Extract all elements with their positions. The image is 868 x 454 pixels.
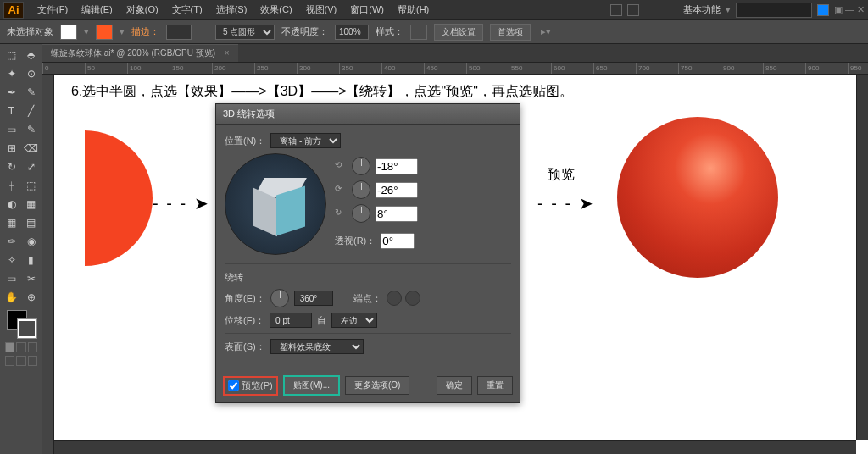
lasso-tool[interactable]: ⊙ bbox=[21, 64, 41, 83]
tab-label: 螺旋条纹球体.ai* @ 200% (RGB/GPU 预览) bbox=[51, 48, 215, 58]
magic-wand-tool[interactable]: ✦ bbox=[2, 64, 21, 83]
rotation-preview[interactable] bbox=[225, 153, 326, 255]
menu-effect[interactable]: 效果(C) bbox=[253, 3, 298, 16]
options-bar: 未选择对象 ▾ ▾ 描边： 5 点圆形 不透明度： 样式： 文档设置 首选项 ▸… bbox=[0, 20, 868, 44]
toolbox: ⬚⬘ ✦⊙ ✒✎ T╱ ▭✎ ⊞⌫ ↻⤢ ⟊⬚ ◐▦ ▦▤ ✑◉ ✧▮ ▭✂ ✋… bbox=[0, 44, 42, 454]
angle-input[interactable] bbox=[294, 291, 333, 306]
stroke-weight-input[interactable] bbox=[166, 25, 192, 40]
brush-select[interactable]: 5 点圆形 bbox=[215, 25, 275, 40]
y-dial[interactable] bbox=[352, 180, 370, 199]
shaper-tool[interactable]: ⊞ bbox=[2, 139, 21, 158]
revolve-dialog: 3D 绕转选项 位置(N)： 离轴 - 前方 ⟲ ⟳ ↻ 透视(R)： 绕转 bbox=[215, 103, 520, 403]
perspective-tool[interactable]: ▦ bbox=[21, 195, 41, 213]
canvas[interactable]: 6.选中半圆，点选【效果】——>【3D】——>【绕转】，点选"预览"，再点选贴图… bbox=[54, 75, 868, 454]
menu-select[interactable]: 选择(S) bbox=[209, 3, 254, 16]
horizontal-scrollbar[interactable] bbox=[54, 440, 856, 454]
gradient-tool[interactable]: ▤ bbox=[21, 213, 41, 232]
selection-tool[interactable]: ⬚ bbox=[2, 46, 21, 64]
eyedropper-tool[interactable]: ✑ bbox=[2, 232, 21, 251]
screen-mode-normal[interactable] bbox=[5, 356, 14, 366]
surface-select[interactable]: 塑料效果底纹 bbox=[270, 339, 364, 354]
menu-view[interactable]: 视图(V) bbox=[299, 3, 344, 16]
color-mode-btn[interactable] bbox=[5, 342, 14, 352]
blend-tool[interactable]: ◉ bbox=[21, 232, 41, 251]
preview-checkbox[interactable]: 预览(P) bbox=[223, 376, 278, 396]
cap-on-icon[interactable] bbox=[387, 291, 402, 306]
x-dial[interactable] bbox=[352, 157, 370, 175]
pen-tool[interactable]: ✒ bbox=[2, 83, 21, 102]
doc-setup-button[interactable]: 文档设置 bbox=[434, 24, 483, 41]
width-tool[interactable]: ⟊ bbox=[2, 176, 21, 195]
rotate-tool[interactable]: ↻ bbox=[2, 158, 21, 176]
menu-window[interactable]: 窗口(W) bbox=[343, 3, 391, 16]
vertical-scrollbar[interactable] bbox=[856, 75, 868, 440]
color-well[interactable] bbox=[5, 310, 37, 337]
menu-help[interactable]: 帮助(H) bbox=[391, 3, 436, 16]
menu-type[interactable]: 文字(T) bbox=[165, 3, 209, 16]
horizontal-ruler: 0501001502002503003504004505005506006507… bbox=[42, 63, 868, 75]
y-angle-input[interactable] bbox=[376, 182, 418, 198]
cancel-button[interactable]: 重置 bbox=[477, 376, 513, 395]
zoom-tool[interactable]: ⊕ bbox=[21, 288, 41, 307]
offset-label: 位移(F)： bbox=[225, 314, 264, 327]
screen-mode-full[interactable] bbox=[16, 356, 25, 366]
document-tab[interactable]: 螺旋条纹球体.ai* @ 200% (RGB/GPU 预览) × bbox=[42, 44, 238, 62]
free-transform-tool[interactable]: ⬚ bbox=[21, 176, 41, 195]
column-graph-tool[interactable]: ▮ bbox=[21, 251, 41, 269]
position-label: 位置(N)： bbox=[225, 135, 265, 147]
from-label: 自 bbox=[317, 314, 326, 327]
search-input[interactable] bbox=[736, 3, 812, 18]
cap-off-icon[interactable] bbox=[405, 291, 420, 306]
style-swatch[interactable] bbox=[410, 25, 427, 40]
curvature-tool[interactable]: ✎ bbox=[21, 83, 41, 102]
artboard-tool[interactable]: ▭ bbox=[2, 269, 21, 288]
menu-edit[interactable]: 编辑(E) bbox=[75, 3, 120, 16]
fill-swatch[interactable] bbox=[60, 25, 77, 40]
layout-icon[interactable] bbox=[610, 4, 622, 16]
workspace-switcher[interactable]: 基本功能 bbox=[683, 3, 721, 16]
menu-object[interactable]: 对象(O) bbox=[120, 3, 165, 16]
mesh-tool[interactable]: ▦ bbox=[2, 213, 21, 232]
revolve-section-label: 绕转 bbox=[225, 271, 511, 284]
line-tool[interactable]: ╱ bbox=[21, 102, 41, 120]
z-angle-input[interactable] bbox=[376, 206, 418, 222]
none-mode-btn[interactable] bbox=[28, 342, 37, 352]
gradient-mode-btn[interactable] bbox=[16, 342, 25, 352]
opacity-input[interactable] bbox=[335, 25, 369, 40]
y-axis-icon: ⟳ bbox=[335, 184, 347, 196]
direct-select-tool[interactable]: ⬘ bbox=[21, 46, 41, 64]
prefs-button[interactable]: 首选项 bbox=[490, 24, 531, 41]
sync-icon[interactable] bbox=[817, 4, 829, 16]
paintbrush-tool[interactable]: ✎ bbox=[21, 120, 41, 139]
hand-tool[interactable]: ✋ bbox=[2, 288, 21, 307]
stroke-swatch[interactable] bbox=[96, 25, 113, 40]
position-select[interactable]: 离轴 - 前方 bbox=[270, 133, 341, 148]
dialog-title: 3D 绕转选项 bbox=[216, 104, 520, 125]
screen-mode-present[interactable] bbox=[28, 356, 37, 366]
eraser-tool[interactable]: ⌫ bbox=[21, 139, 41, 158]
x-angle-input[interactable] bbox=[376, 158, 418, 174]
menu-file[interactable]: 文件(F) bbox=[31, 3, 75, 16]
arrow-icon: - - - ➤ bbox=[153, 193, 210, 213]
type-tool[interactable]: T bbox=[2, 102, 21, 120]
rectangle-tool[interactable]: ▭ bbox=[2, 120, 21, 139]
preview-annotation: 预览 bbox=[548, 166, 575, 184]
perspective-input[interactable] bbox=[381, 233, 415, 249]
shape-builder-tool[interactable]: ◐ bbox=[2, 195, 21, 213]
offset-input[interactable] bbox=[270, 313, 312, 328]
stroke-color[interactable] bbox=[17, 318, 37, 339]
app-logo: Ai bbox=[3, 2, 24, 19]
symbol-sprayer-tool[interactable]: ✧ bbox=[2, 251, 21, 269]
close-tab-icon[interactable]: × bbox=[225, 48, 230, 58]
from-select[interactable]: 左边 bbox=[331, 313, 377, 328]
z-dial[interactable] bbox=[352, 204, 370, 223]
angle-dial[interactable] bbox=[270, 289, 289, 307]
scale-tool[interactable]: ⤢ bbox=[21, 158, 41, 176]
arrange-icon[interactable] bbox=[627, 4, 639, 16]
more-options-button[interactable]: 更多选项(O) bbox=[345, 376, 409, 395]
map-art-button[interactable]: 贴图(M)... bbox=[283, 375, 340, 396]
ok-button[interactable]: 确定 bbox=[437, 376, 472, 395]
slice-tool[interactable]: ✂ bbox=[21, 269, 41, 288]
cap-label: 端点： bbox=[353, 292, 381, 305]
perspective-label: 透视(R)： bbox=[335, 235, 376, 247]
